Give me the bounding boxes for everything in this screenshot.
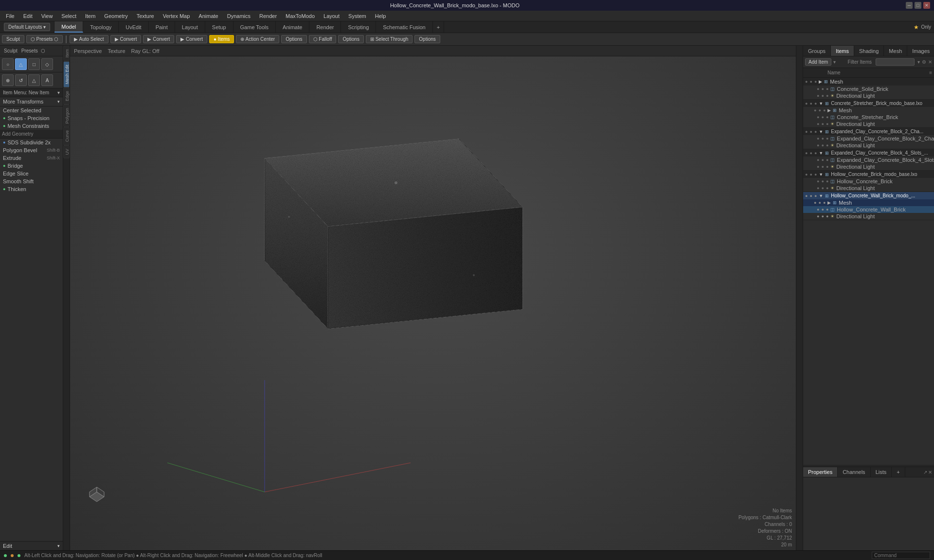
menu-render[interactable]: Render — [255, 12, 281, 20]
options-button-3[interactable]: Options — [414, 35, 440, 43]
group-header-hollow-wall[interactable]: ● ● ● ▼ ⊞ Hollow_Concrete_Wall_Brick_mod… — [803, 192, 934, 199]
tab-layout[interactable]: Layout — [175, 21, 205, 33]
group-header-stretcher[interactable]: ● ● ● ▼ ⊞ Concrete_Stretcher_Brick_modo_… — [803, 100, 934, 107]
bottom-panel-expand[interactable]: ↗ — [923, 470, 927, 475]
menu-geometry[interactable]: Geometry — [100, 12, 131, 20]
menu-animate[interactable]: Animate — [195, 12, 222, 20]
tab-uvedit[interactable]: UvEdit — [119, 21, 148, 33]
default-layouts-dropdown[interactable]: Default Layouts ▾ — [4, 23, 50, 31]
navigation-cube[interactable] — [85, 482, 109, 507]
tab-game-tools[interactable]: Game Tools — [234, 21, 276, 33]
bottom-panel-close[interactable]: ✕ — [928, 470, 932, 475]
sculpt-button[interactable]: Sculpt — [2, 35, 24, 43]
select-through-button[interactable]: ⊞ Select Through — [366, 35, 413, 43]
items-list[interactable]: ● ● ● ▶ ⊞ Mesh ● ● ● ◫ Concrete_Solid_Br… — [803, 78, 934, 465]
tab-schematic-fusion[interactable]: Schematic Fusion — [376, 21, 432, 33]
maximize-button[interactable]: □ — [915, 2, 921, 9]
item-expanded-clay-4-mesh[interactable]: ● ● ● ◫ Expanded_Clay_Concrete_Block_4_S… — [803, 157, 934, 163]
tab-setup[interactable]: Setup — [205, 21, 234, 33]
options-button-2[interactable]: Options — [338, 35, 363, 43]
menu-view[interactable]: View — [37, 12, 57, 20]
menu-layout[interactable]: Layout — [320, 12, 343, 20]
side-tab-polygon[interactable]: Polygon — [63, 105, 70, 127]
extrude-item[interactable]: Extrude Shift-X — [0, 154, 63, 162]
tab-channels[interactable]: Channels — [838, 467, 870, 477]
tab-properties[interactable]: Properties — [803, 467, 838, 477]
viewport-canvas[interactable]: No Items Polygons : Catmull-Clark Channe… — [70, 56, 796, 550]
side-tab-edge[interactable]: Edge — [63, 88, 70, 105]
side-tab-uv[interactable]: UV — [63, 145, 70, 158]
polygon-bevel-item[interactable]: Polygon Bevel Shift-B — [0, 146, 63, 154]
minimize-button[interactable]: ─ — [906, 2, 913, 9]
action-center-button[interactable]: ⊕ Action Center — [236, 35, 279, 43]
item-concrete-stretcher-brick[interactable]: ● ● ● ◫ Concrete_Stretcher_Brick — [803, 114, 934, 121]
filter-options[interactable]: ▾ — [917, 59, 920, 65]
close-button[interactable]: ✕ — [923, 2, 930, 9]
command-input[interactable] — [872, 552, 930, 559]
tab-mesh[interactable]: Mesh — [884, 46, 907, 56]
add-item-button[interactable]: Add Item — [805, 58, 831, 66]
side-tab-mesh-edit[interactable]: Mesh Edit — [63, 61, 70, 88]
options-button-1[interactable]: Options — [281, 35, 306, 43]
item-hollow-concrete-brick[interactable]: ● ● ● ◫ Hollow_Concrete_Brick — [803, 178, 934, 185]
select-diamond-btn[interactable]: ◇ — [41, 58, 53, 70]
falloff-button[interactable]: ⬡ Falloff — [309, 35, 337, 43]
filter-input[interactable] — [876, 58, 915, 66]
items-button[interactable]: ● Items — [209, 35, 234, 43]
item-concrete-solid-brick[interactable]: ● ● ● ◫ Concrete_Solid_Brick — [803, 86, 934, 92]
menu-edit[interactable]: Edit — [19, 12, 36, 20]
menu-vertex-map[interactable]: Vertex Map — [159, 12, 194, 20]
edit-dropdown[interactable]: Edit ▾ — [0, 541, 63, 550]
thicken-item[interactable]: ● Thicken — [0, 185, 63, 193]
menu-maxtomodo[interactable]: MaxToModo — [282, 12, 319, 20]
tool-rotate-btn[interactable]: ↺ — [15, 74, 27, 86]
item-stretcher-mesh[interactable]: ● ● ● ▶ ⊞ Mesh — [803, 107, 934, 114]
snaps-precision-item[interactable]: ● Snaps - Precision — [0, 114, 63, 122]
convert-button-3[interactable]: ▶ Convert — [176, 35, 207, 43]
item-directional-light-3[interactable]: ● ● ● ☀ Directional Light — [803, 142, 934, 149]
tab-add[interactable]: + — [433, 21, 444, 33]
tab-topology[interactable]: Topology — [83, 21, 119, 33]
center-selected-item[interactable]: Center Selected — [0, 106, 63, 114]
sds-subdivide-item[interactable]: ● SDS Subdivide 2x — [0, 139, 63, 146]
convert-button-2[interactable]: ▶ Convert — [143, 35, 174, 43]
item-hollow-wall-mesh[interactable]: ● ● ● ▶ ⊞ Mesh — [803, 199, 934, 206]
auto-select-button[interactable]: ▶ Auto Select — [70, 35, 108, 43]
edge-slice-item[interactable]: Edge Slice — [0, 170, 63, 177]
select-circle-btn[interactable]: ○ — [2, 58, 14, 70]
menu-texture[interactable]: Texture — [133, 12, 158, 20]
convert-button-1[interactable]: ▶ Convert — [110, 35, 142, 43]
tab-lists[interactable]: Lists — [871, 467, 892, 477]
menu-select[interactable]: Select — [57, 12, 80, 20]
tool-add-btn[interactable]: ⊕ — [2, 74, 14, 86]
item-directional-light-2[interactable]: ● ● ● ☀ Directional Light — [803, 121, 934, 127]
menu-file[interactable]: File — [2, 12, 18, 20]
item-expanded-clay-2-mesh[interactable]: ● ● ● ◫ Expanded_Clay_Concrete_Block_2_C… — [803, 135, 934, 142]
item-directional-light-6[interactable]: ● ● ● ☀ Directional Light — [803, 213, 934, 220]
group-header-expanded-clay-4[interactable]: ● ● ● ▼ ⊞ Expanded_Clay_Concrete_Block_4… — [803, 149, 934, 157]
presets-button[interactable]: ⬡ Presets ⬡ — [26, 35, 63, 43]
tab-render[interactable]: Render — [309, 21, 341, 33]
tab-paint[interactable]: Paint — [149, 21, 175, 33]
viewport[interactable]: Perspective Texture Ray GL: Off ⊞ ↺ ⊕ ◈ … — [70, 46, 796, 550]
group-header-concrete-solid[interactable]: ● ● ● ▶ ⊞ Mesh — [803, 78, 934, 86]
tab-shading[interactable]: Shading — [854, 46, 884, 56]
smooth-shift-item[interactable]: Smooth Shift — [0, 177, 63, 185]
tab-items[interactable]: Items — [831, 46, 854, 56]
tab-images[interactable]: Images — [907, 46, 934, 56]
menu-help[interactable]: Help — [371, 12, 390, 20]
tab-animate[interactable]: Animate — [276, 21, 309, 33]
item-directional-light-5[interactable]: ● ● ● ☀ Directional Light — [803, 185, 934, 192]
side-tab-curve[interactable]: Curve — [63, 127, 70, 145]
side-tab-item[interactable]: Item — [63, 46, 70, 61]
items-close[interactable]: ✕ — [928, 59, 932, 65]
bridge-item[interactable]: ● Bridge — [0, 162, 63, 170]
item-hollow-wall-brick[interactable]: ● ● ● ◫ Hollow_Concrete_Wall_Brick — [803, 206, 934, 213]
group-header-expanded-clay-2[interactable]: ● ● ● ▼ ⊞ Expanded_Clay_Concrete_Block_2… — [803, 128, 934, 135]
col-settings[interactable]: ≡ — [929, 70, 932, 75]
tab-groups[interactable]: Groups — [803, 46, 831, 56]
tool-text-btn[interactable]: A — [41, 74, 53, 86]
mesh-constraints-item[interactable]: ● Mesh Constraints — [0, 122, 63, 130]
tab-scripting[interactable]: Scripting — [341, 21, 376, 33]
tab-model[interactable]: Model — [54, 21, 83, 33]
